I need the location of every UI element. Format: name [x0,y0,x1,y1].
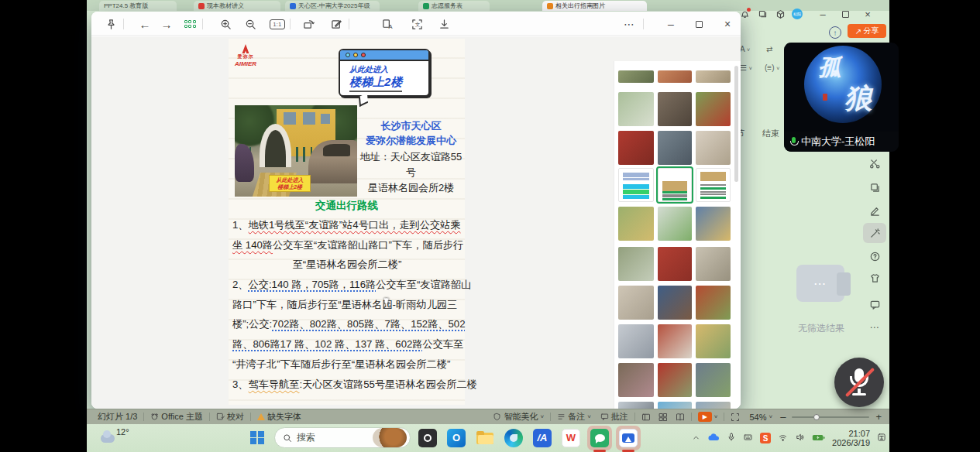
thumbnail[interactable] [618,286,654,320]
thumbnail[interactable] [696,168,731,202]
outlook-icon[interactable]: O [447,429,466,447]
thumbnail[interactable] [618,247,654,281]
thumbnail[interactable] [696,363,731,397]
thumbnail[interactable] [658,324,692,358]
jianying-icon[interactable]: /A [533,429,552,447]
taskbar-weather[interactable]: 12° [101,427,129,443]
clip-icon[interactable] [863,153,886,173]
thumbnail[interactable] [618,70,654,83]
battery-icon[interactable] [812,431,825,445]
zoom-slider[interactable] [792,416,869,418]
search-highlight-image[interactable] [373,428,407,447]
stack-window-icon[interactable] [756,8,769,20]
sogou-input-icon[interactable]: S [760,433,771,443]
document-tab-1[interactable]: 现本教材讲义 [194,1,280,11]
edge-icon[interactable] [504,429,523,447]
account-avatar[interactable]: 松阳 [792,9,803,19]
document-tab-2[interactable]: 天心区-中南大学2025年级 [285,1,380,11]
proofing-button[interactable]: 校对 [216,411,244,423]
tray-mic-icon[interactable] [727,431,736,445]
ppt-close-button[interactable]: × [859,7,876,21]
ppt-minimize-button[interactable]: – [814,7,831,21]
actual-size-icon[interactable]: 1:1 [270,16,285,32]
windows-start-button[interactable] [248,429,266,447]
taskbar-clock[interactable]: 21:07 2026/3/19 [832,429,870,447]
zoom-out-icon[interactable] [242,16,258,32]
thumbnail[interactable] [696,247,731,281]
thumbnail[interactable] [696,324,731,358]
save-icon[interactable] [436,16,452,32]
wps-icon[interactable]: W [562,429,580,447]
zoom-slider-handle[interactable] [813,414,820,420]
thumbnail-selected[interactable] [658,168,692,202]
box-3d-icon[interactable] [774,8,786,20]
zoom-in-icon[interactable] [218,16,233,32]
volume-icon[interactable] [795,431,805,445]
edit-icon[interactable] [328,16,344,32]
thumbnail[interactable] [696,131,731,165]
thumbnail[interactable] [618,168,654,202]
pages-icon[interactable] [863,177,886,197]
thumbnail[interactable] [696,207,731,241]
thumbnail[interactable] [618,207,654,241]
forward-icon[interactable]: → [159,16,174,32]
thumbnail[interactable] [658,247,692,281]
thumbnail[interactable] [658,402,692,409]
feedback-icon[interactable] [863,294,886,314]
thumbnail[interactable] [618,92,654,126]
skin-icon[interactable] [863,268,886,288]
rotate-icon[interactable] [301,16,316,32]
explorer-icon[interactable] [476,429,494,447]
thumbnail[interactable] [696,402,731,409]
capture-app-icon[interactable] [418,429,437,447]
viewer-more-button[interactable]: ⋯ [621,16,637,32]
smart-beautify-button[interactable]: 智能美化˅ [493,411,544,423]
mute-microphone-button[interactable] [834,358,884,407]
thumbnail[interactable] [696,286,731,320]
fit-screen-button[interactable] [731,413,740,422]
beautify-wand-icon[interactable] [863,223,886,243]
thumbnail[interactable] [658,70,692,83]
grid-view-icon[interactable] [182,16,198,32]
thumbnail[interactable] [658,363,692,397]
onedrive-icon[interactable] [707,431,720,445]
thumbnail[interactable] [658,131,692,165]
video-participant-tile[interactable]: 孤 狼 中南大学-王松阳 [784,43,899,152]
tray-chevron-up-icon[interactable] [692,431,700,445]
thumbnail[interactable] [658,92,692,126]
office-theme-button[interactable]: Office 主题 [150,411,203,423]
voov-meeting-icon[interactable] [619,429,638,447]
taskbar-search[interactable]: 搜索 [274,427,411,448]
extract-text-icon[interactable]: 文 [409,16,425,32]
view-read-button[interactable] [676,413,685,422]
document-tab-0[interactable]: PPT24.5 教育版 [99,1,177,11]
share-button[interactable]: ↗分享 [848,24,886,38]
zoom-in-control[interactable]: + [875,411,882,423]
help-icon[interactable] [863,246,886,266]
more-icon[interactable]: ⋯ [863,317,886,337]
thumbnail-scrollbar[interactable] [734,66,738,182]
viewer-minimize-button[interactable]: – [663,16,679,32]
thumbnail[interactable] [618,363,654,397]
thumbnail[interactable] [618,402,654,409]
zoom-percent[interactable]: 54%˅ [749,413,772,422]
comments-button[interactable]: 批注 [600,411,628,423]
touch-keyboard-icon[interactable] [743,431,753,445]
upload-icon[interactable]: ↑ [829,26,841,39]
viewer-maximize-button[interactable] [691,16,707,32]
notes-button[interactable]: 备注˅ [557,411,591,423]
missing-font-warning[interactable]: 缺失字体 [257,411,301,423]
thumbnail[interactable] [658,286,692,320]
thumbnail[interactable] [696,92,731,126]
wifi-icon[interactable] [778,431,788,445]
view-sorter-button[interactable] [658,413,668,422]
thumbnail[interactable] [696,70,731,83]
thumbnail[interactable] [618,131,654,165]
translate-icon[interactable]: A [380,16,395,32]
back-icon[interactable]: ← [137,16,153,32]
signature-icon[interactable] [863,200,886,221]
thumbnail[interactable] [618,324,654,358]
pin-icon[interactable] [103,16,119,32]
ppt-restore-button[interactable] [837,7,854,21]
slideshow-play-button[interactable]: ▶˅ [698,412,718,422]
